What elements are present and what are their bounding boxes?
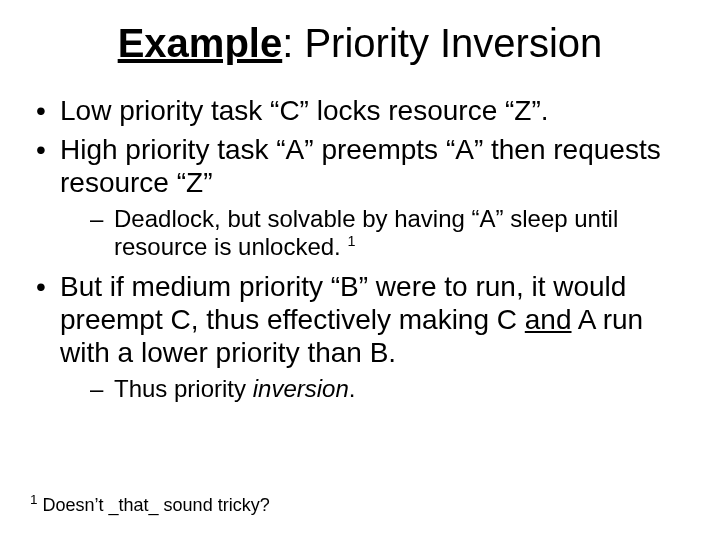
- footnote-sup: 1: [30, 492, 38, 507]
- bullet-3-sub-1-end: .: [349, 375, 356, 402]
- title-rest: : Priority Inversion: [282, 21, 602, 65]
- slide: Example: Priority Inversion Low priority…: [0, 0, 720, 540]
- bullet-3: But if medium priority “B” were to run, …: [30, 270, 690, 403]
- bullet-2-sub-1: Deadlock, but solvable by having “A” sle…: [60, 205, 690, 262]
- bullet-2-sublist: Deadlock, but solvable by having “A” sle…: [60, 205, 690, 262]
- slide-title: Example: Priority Inversion: [30, 20, 690, 66]
- bullet-2-sub-1-sup: 1: [347, 233, 355, 249]
- title-underlined: Example: [118, 21, 283, 65]
- footnote-text: Doesn’t _that_ sound tricky?: [38, 495, 270, 515]
- bullet-3-and: and: [525, 304, 572, 335]
- bullet-list: Low priority task “C” locks resource “Z”…: [30, 94, 690, 403]
- bullet-2: High priority task “A” preempts “A” then…: [30, 133, 690, 262]
- bullet-3-sub-1: Thus priority inversion.: [60, 375, 690, 403]
- bullet-3-sub-1-text: Thus priority: [114, 375, 253, 402]
- bullet-2-text: High priority task “A” preempts “A” then…: [60, 134, 661, 198]
- bullet-3-sublist: Thus priority inversion.: [60, 375, 690, 403]
- bullet-1: Low priority task “C” locks resource “Z”…: [30, 94, 690, 127]
- bullet-1-text: Low priority task “C” locks resource “Z”…: [60, 95, 549, 126]
- bullet-3-sub-1-italic: inversion: [253, 375, 349, 402]
- footnote: 1 Doesn’t _that_ sound tricky?: [30, 495, 270, 516]
- bullet-2-sub-1-text: Deadlock, but solvable by having “A” sle…: [114, 205, 618, 260]
